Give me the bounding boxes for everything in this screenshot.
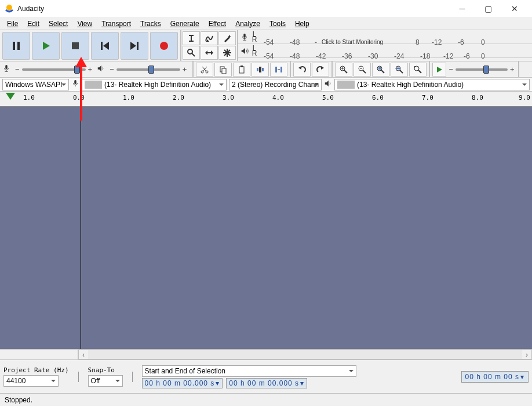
ruler-mark: 0.0 [73, 94, 85, 101]
play-at-speed-button[interactable] [432, 63, 446, 77]
menu-view[interactable]: View [72, 19, 97, 29]
combo-value: 44100 [6, 377, 25, 385]
ruler-mark: 2.0 [173, 94, 184, 101]
menu-tracks[interactable]: Tracks [136, 19, 166, 29]
timeshift-tool-button[interactable] [201, 46, 218, 60]
meter-tick: -54 [264, 52, 274, 60]
svg-marker-27 [242, 48, 245, 54]
svg-marker-31 [98, 66, 101, 72]
project-rate-label: Project Rate (Hz) [3, 366, 69, 374]
meter-tick: -18 [420, 52, 430, 60]
meter-tick: -42 [316, 52, 326, 60]
ruler-mark: 1.0 [123, 94, 134, 101]
speaker-icon [324, 79, 332, 89]
dropdown-icon[interactable]: ▾ [300, 379, 304, 387]
svg-line-51 [344, 70, 347, 73]
menu-analyze[interactable]: Analyze [231, 19, 265, 29]
ruler-mark: 7.0 [422, 94, 433, 101]
menu-edit[interactable]: Edit [23, 19, 44, 29]
redo-button[interactable] [312, 63, 329, 77]
device-thumb-icon [85, 81, 102, 89]
trim-button[interactable] [252, 63, 269, 77]
titlebar: Audacity ─ ▢ ✕ [0, 0, 532, 17]
skip-start-button[interactable] [91, 32, 119, 60]
svg-rect-28 [5, 65, 8, 69]
multi-tool-button[interactable] [218, 46, 236, 60]
ruler-mark: 1.0 [23, 94, 35, 101]
meter-r-label: R [251, 51, 258, 56]
selection-mode-combo[interactable]: Start and End of Selection [142, 365, 356, 377]
ruler-mark: 9.0 [519, 94, 530, 101]
audio-host-combo[interactable]: Windows WASAPI [2, 79, 69, 90]
scroll-right-button[interactable]: › [522, 351, 531, 359]
svg-marker-68 [6, 93, 15, 100]
record-volume-slider[interactable]: − + [12, 65, 96, 74]
minimize-button[interactable]: ─ [449, 0, 475, 17]
ruler-mark: 6.0 [372, 94, 384, 101]
meter-tick: -12 [432, 38, 442, 46]
menu-tools[interactable]: Tools [265, 19, 290, 29]
svg-rect-8 [137, 42, 139, 50]
fit-project-button[interactable] [391, 63, 408, 77]
envelope-tool-button[interactable] [201, 31, 218, 45]
undo-button[interactable] [293, 63, 311, 77]
dropdown-icon[interactable]: ▾ [520, 373, 524, 381]
paste-button[interactable] [233, 63, 250, 77]
play-speed-slider[interactable]: − + [447, 65, 515, 74]
zoom-in-button[interactable] [335, 63, 352, 77]
record-meter[interactable]: LR -54 -48 - Click to Start Monitoring 8… [238, 30, 532, 44]
combo-value: Windows WASAPI [5, 81, 62, 89]
silence-button[interactable] [270, 63, 287, 77]
svg-rect-4 [72, 42, 79, 49]
fit-selection-button[interactable] [372, 63, 389, 77]
meter-tick: -30 [368, 52, 378, 60]
recording-channels-combo[interactable]: 2 (Stereo) Recording Chann [229, 79, 322, 90]
selection-end-time[interactable]: 00 h 00 m 00.000 s▾ [226, 378, 307, 388]
audio-position-time[interactable]: 00 h 00 m 00 s▾ [461, 371, 529, 383]
zoom-toggle-button[interactable] [409, 63, 427, 77]
svg-point-15 [188, 49, 192, 54]
recording-device-combo[interactable]: (13- Realtek High Definition Audio) [82, 79, 227, 90]
project-rate-combo[interactable]: 44100 [3, 375, 59, 387]
slider-min-icon: − [449, 65, 453, 74]
selection-start-time[interactable]: 00 h 00 m 00.000 s▾ [142, 378, 223, 388]
menu-generate[interactable]: Generate [166, 19, 204, 29]
click-monitor-label[interactable]: Click to Start Monitoring [322, 39, 383, 45]
device-bar: Windows WASAPI (13- Realtek High Definit… [0, 78, 532, 92]
cut-button[interactable] [196, 63, 213, 77]
slider-min-icon: − [110, 65, 114, 74]
close-button[interactable]: ✕ [501, 0, 527, 17]
ruler-mark: 3.0 [223, 94, 234, 101]
menu-effect[interactable]: Effect [204, 19, 231, 29]
maximize-button[interactable]: ▢ [475, 0, 501, 17]
pause-button[interactable] [2, 32, 30, 60]
scroll-left-button[interactable]: ‹ [79, 351, 88, 359]
play-button[interactable] [32, 32, 60, 60]
menubar: File Edit Select View Transport Tracks G… [0, 17, 532, 30]
svg-rect-19 [207, 52, 211, 53]
zoom-tool-button[interactable] [183, 46, 200, 60]
snap-label: Snap-To [88, 366, 123, 374]
menu-file[interactable]: File [2, 19, 23, 29]
stop-button[interactable] [61, 32, 89, 60]
menu-select[interactable]: Select [44, 19, 72, 29]
timeline-ruler[interactable]: 1.0 0.0 1.0 2.0 3.0 4.0 5.0 6.0 7.0 8.0 … [0, 92, 532, 107]
horizontal-scrollbar[interactable]: ‹ › [78, 350, 532, 359]
meter-tick: -6 [458, 38, 464, 46]
playback-meter[interactable]: LR -54 -48 -42 -36 -30 -24 -18 -12 -6 0 [238, 44, 532, 58]
snap-combo[interactable]: Off [88, 375, 123, 387]
playback-volume-slider[interactable]: − + [106, 65, 190, 74]
menu-transport[interactable]: Transport [97, 19, 136, 29]
dropdown-icon[interactable]: ▾ [216, 379, 220, 387]
draw-tool-button[interactable] [218, 31, 236, 45]
playback-device-combo[interactable]: (13- Realtek High Definition Audio) [334, 79, 530, 90]
skip-end-button[interactable] [121, 32, 148, 60]
device-thumb-icon [337, 81, 355, 89]
track-area[interactable] [0, 107, 532, 349]
zoom-out-button[interactable] [354, 63, 371, 77]
mic-icon [238, 33, 251, 41]
record-button[interactable] [150, 32, 178, 60]
menu-help[interactable]: Help [290, 19, 314, 29]
copy-button[interactable] [214, 63, 232, 77]
selection-tool-button[interactable] [183, 31, 200, 45]
